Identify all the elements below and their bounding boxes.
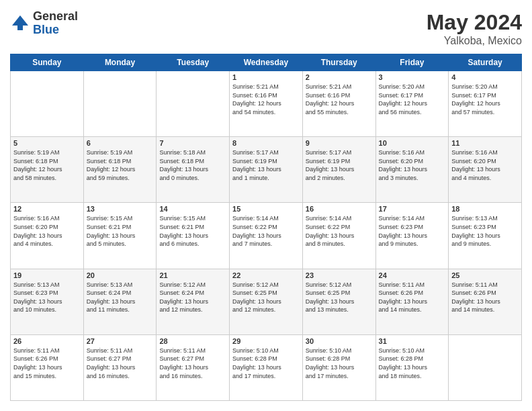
day-info: Sunrise: 5:11 AMSunset: 6:26 PMDaylight:…: [451, 281, 519, 314]
day-info: Sunrise: 5:16 AMSunset: 6:20 PMDaylight:…: [13, 214, 81, 248]
calendar-cell: 3Sunrise: 5:20 AMSunset: 6:17 PMDaylight…: [375, 71, 449, 137]
calendar-cell: 2Sunrise: 5:21 AMSunset: 6:16 PMDaylight…: [302, 71, 375, 137]
day-info: Sunrise: 5:21 AMSunset: 6:16 PMDaylight:…: [306, 83, 373, 116]
svg-marker-0: [12, 15, 28, 26]
day-info: Sunrise: 5:11 AMSunset: 6:27 PMDaylight:…: [159, 347, 226, 380]
calendar-cell: 27Sunrise: 5:11 AMSunset: 6:27 PMDayligh…: [83, 334, 157, 400]
day-info: Sunrise: 5:14 AMSunset: 6:22 PMDaylight:…: [306, 214, 373, 248]
day-number: 2: [306, 73, 373, 81]
day-number: 9: [306, 139, 373, 147]
day-header-monday: Monday: [83, 54, 157, 71]
day-number: 14: [159, 205, 226, 213]
title-area: May 2024 Yalkoba, Mexico: [427, 10, 522, 47]
day-number: 6: [87, 139, 154, 147]
day-info: Sunrise: 5:12 AMSunset: 6:25 PMDaylight:…: [232, 281, 300, 314]
day-info: Sunrise: 5:19 AMSunset: 6:18 PMDaylight:…: [13, 148, 81, 182]
calendar-week-row: 1Sunrise: 5:21 AMSunset: 6:16 PMDaylight…: [11, 71, 522, 137]
day-number: 4: [451, 73, 519, 81]
day-info: Sunrise: 5:12 AMSunset: 6:25 PMDaylight:…: [306, 281, 373, 314]
calendar-cell: 8Sunrise: 5:17 AMSunset: 6:19 PMDaylight…: [230, 137, 303, 203]
calendar-cell: 21Sunrise: 5:12 AMSunset: 6:24 PMDayligh…: [157, 269, 230, 334]
calendar-cell: 18Sunrise: 5:13 AMSunset: 6:23 PMDayligh…: [449, 203, 522, 269]
logo-blue: Blue: [33, 24, 78, 37]
day-number: 1: [232, 73, 300, 81]
calendar-cell: 26Sunrise: 5:11 AMSunset: 6:26 PMDayligh…: [11, 334, 84, 400]
day-number: 19: [13, 271, 81, 279]
day-header-tuesday: Tuesday: [157, 54, 230, 71]
day-info: Sunrise: 5:19 AMSunset: 6:18 PMDaylight:…: [87, 148, 154, 182]
calendar-cell: 16Sunrise: 5:14 AMSunset: 6:22 PMDayligh…: [302, 203, 375, 269]
day-number: 29: [232, 337, 300, 345]
day-number: 24: [379, 271, 446, 279]
calendar-cell: 25Sunrise: 5:11 AMSunset: 6:26 PMDayligh…: [449, 269, 522, 334]
calendar-cell: 4Sunrise: 5:20 AMSunset: 6:17 PMDaylight…: [449, 71, 522, 137]
day-info: Sunrise: 5:10 AMSunset: 6:28 PMDaylight:…: [379, 347, 446, 380]
day-header-friday: Friday: [375, 54, 449, 71]
calendar-cell: [83, 71, 157, 137]
calendar-cell: 6Sunrise: 5:19 AMSunset: 6:18 PMDaylight…: [83, 137, 157, 203]
calendar-cell: [11, 71, 84, 137]
day-number: 22: [232, 271, 300, 279]
day-info: Sunrise: 5:11 AMSunset: 6:26 PMDaylight:…: [13, 347, 81, 380]
day-number: 30: [306, 337, 373, 345]
day-number: 21: [159, 271, 226, 279]
day-info: Sunrise: 5:20 AMSunset: 6:17 PMDaylight:…: [451, 83, 519, 116]
day-info: Sunrise: 5:17 AMSunset: 6:19 PMDaylight:…: [232, 148, 300, 182]
day-info: Sunrise: 5:16 AMSunset: 6:20 PMDaylight:…: [379, 148, 446, 182]
day-info: Sunrise: 5:21 AMSunset: 6:16 PMDaylight:…: [232, 83, 300, 116]
day-info: Sunrise: 5:10 AMSunset: 6:28 PMDaylight:…: [232, 347, 300, 380]
logo-text: General Blue: [33, 10, 78, 37]
logo-general: General: [33, 10, 78, 24]
day-number: 16: [306, 205, 373, 213]
calendar-cell: 13Sunrise: 5:15 AMSunset: 6:21 PMDayligh…: [83, 203, 157, 269]
day-info: Sunrise: 5:16 AMSunset: 6:20 PMDaylight:…: [451, 148, 519, 182]
calendar-week-row: 5Sunrise: 5:19 AMSunset: 6:18 PMDaylight…: [11, 137, 522, 203]
day-info: Sunrise: 5:14 AMSunset: 6:22 PMDaylight:…: [232, 214, 300, 248]
day-number: 10: [379, 139, 446, 147]
day-number: 27: [87, 337, 154, 345]
day-number: 25: [451, 271, 519, 279]
day-info: Sunrise: 5:17 AMSunset: 6:19 PMDaylight:…: [306, 148, 373, 182]
calendar-cell: 28Sunrise: 5:11 AMSunset: 6:27 PMDayligh…: [157, 334, 230, 400]
day-info: Sunrise: 5:13 AMSunset: 6:23 PMDaylight:…: [13, 281, 81, 314]
calendar-header-row: SundayMondayTuesdayWednesdayThursdayFrid…: [11, 54, 522, 71]
main-title: May 2024: [427, 10, 522, 35]
day-info: Sunrise: 5:15 AMSunset: 6:21 PMDaylight:…: [159, 214, 226, 248]
calendar-week-row: 19Sunrise: 5:13 AMSunset: 6:23 PMDayligh…: [11, 269, 522, 334]
calendar-cell: 17Sunrise: 5:14 AMSunset: 6:23 PMDayligh…: [375, 203, 449, 269]
day-number: 3: [379, 73, 446, 81]
day-number: 13: [87, 205, 154, 213]
day-number: 15: [232, 205, 300, 213]
calendar-cell: 22Sunrise: 5:12 AMSunset: 6:25 PMDayligh…: [230, 269, 303, 334]
calendar-cell: 10Sunrise: 5:16 AMSunset: 6:20 PMDayligh…: [375, 137, 449, 203]
day-info: Sunrise: 5:12 AMSunset: 6:24 PMDaylight:…: [159, 281, 226, 314]
calendar-table: SundayMondayTuesdayWednesdayThursdayFrid…: [10, 54, 522, 401]
calendar-cell: 19Sunrise: 5:13 AMSunset: 6:23 PMDayligh…: [11, 269, 84, 334]
day-info: Sunrise: 5:13 AMSunset: 6:23 PMDaylight:…: [451, 214, 519, 248]
day-info: Sunrise: 5:11 AMSunset: 6:26 PMDaylight:…: [379, 281, 446, 314]
logo-icon: [10, 13, 30, 34]
day-info: Sunrise: 5:15 AMSunset: 6:21 PMDaylight:…: [87, 214, 154, 248]
day-info: Sunrise: 5:10 AMSunset: 6:28 PMDaylight:…: [306, 347, 373, 380]
day-number: 12: [13, 205, 81, 213]
page: General Blue May 2024 Yalkoba, Mexico Su…: [0, 0, 532, 411]
day-info: Sunrise: 5:11 AMSunset: 6:27 PMDaylight:…: [87, 347, 154, 380]
day-number: 11: [451, 139, 519, 147]
day-number: 20: [87, 271, 154, 279]
day-header-saturday: Saturday: [449, 54, 522, 71]
day-info: Sunrise: 5:13 AMSunset: 6:24 PMDaylight:…: [87, 281, 154, 314]
day-number: 7: [159, 139, 226, 147]
calendar-cell: 30Sunrise: 5:10 AMSunset: 6:28 PMDayligh…: [302, 334, 375, 400]
calendar-cell: 14Sunrise: 5:15 AMSunset: 6:21 PMDayligh…: [157, 203, 230, 269]
calendar-cell: [449, 334, 522, 400]
day-number: 31: [379, 337, 446, 345]
day-info: Sunrise: 5:14 AMSunset: 6:23 PMDaylight:…: [379, 214, 446, 248]
calendar-cell: 31Sunrise: 5:10 AMSunset: 6:28 PMDayligh…: [375, 334, 449, 400]
svg-rect-1: [17, 26, 23, 30]
day-number: 28: [159, 337, 226, 345]
calendar-cell: 20Sunrise: 5:13 AMSunset: 6:24 PMDayligh…: [83, 269, 157, 334]
calendar-cell: 5Sunrise: 5:19 AMSunset: 6:18 PMDaylight…: [11, 137, 84, 203]
day-number: 5: [13, 139, 81, 147]
calendar-cell: [157, 71, 230, 137]
day-number: 26: [13, 337, 81, 345]
